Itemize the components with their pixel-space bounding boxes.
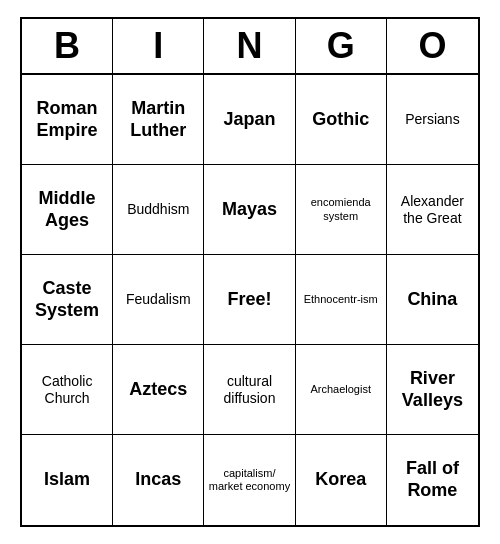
header-letter: O <box>387 19 478 73</box>
bingo-cell: Islam <box>22 435 113 525</box>
bingo-cell: Martin Luther <box>113 75 204 165</box>
bingo-cell: Persians <box>387 75 478 165</box>
bingo-cell: Ethnocentr-ism <box>296 255 387 345</box>
bingo-cell: Japan <box>204 75 295 165</box>
header-letter: G <box>296 19 387 73</box>
bingo-cell: Roman Empire <box>22 75 113 165</box>
header-letter: I <box>113 19 204 73</box>
header-letter: N <box>204 19 295 73</box>
bingo-cell: Caste System <box>22 255 113 345</box>
bingo-cell: cultural diffusion <box>204 345 295 435</box>
bingo-cell: Gothic <box>296 75 387 165</box>
bingo-cell: Incas <box>113 435 204 525</box>
bingo-cell: Catholic Church <box>22 345 113 435</box>
bingo-cell: Fall of Rome <box>387 435 478 525</box>
bingo-cell: Middle Ages <box>22 165 113 255</box>
bingo-cell: Mayas <box>204 165 295 255</box>
bingo-card: BINGO Roman EmpireMartin LutherJapanGoth… <box>20 17 480 527</box>
bingo-grid: Roman EmpireMartin LutherJapanGothicPers… <box>22 75 478 525</box>
bingo-cell: China <box>387 255 478 345</box>
bingo-cell: Korea <box>296 435 387 525</box>
bingo-header: BINGO <box>22 19 478 75</box>
bingo-cell: encomienda system <box>296 165 387 255</box>
bingo-cell: Archaelogist <box>296 345 387 435</box>
bingo-cell: Free! <box>204 255 295 345</box>
bingo-cell: Alexander the Great <box>387 165 478 255</box>
bingo-cell: River Valleys <box>387 345 478 435</box>
bingo-cell: Aztecs <box>113 345 204 435</box>
bingo-cell: Buddhism <box>113 165 204 255</box>
header-letter: B <box>22 19 113 73</box>
bingo-cell: capitalism/ market economy <box>204 435 295 525</box>
bingo-cell: Feudalism <box>113 255 204 345</box>
